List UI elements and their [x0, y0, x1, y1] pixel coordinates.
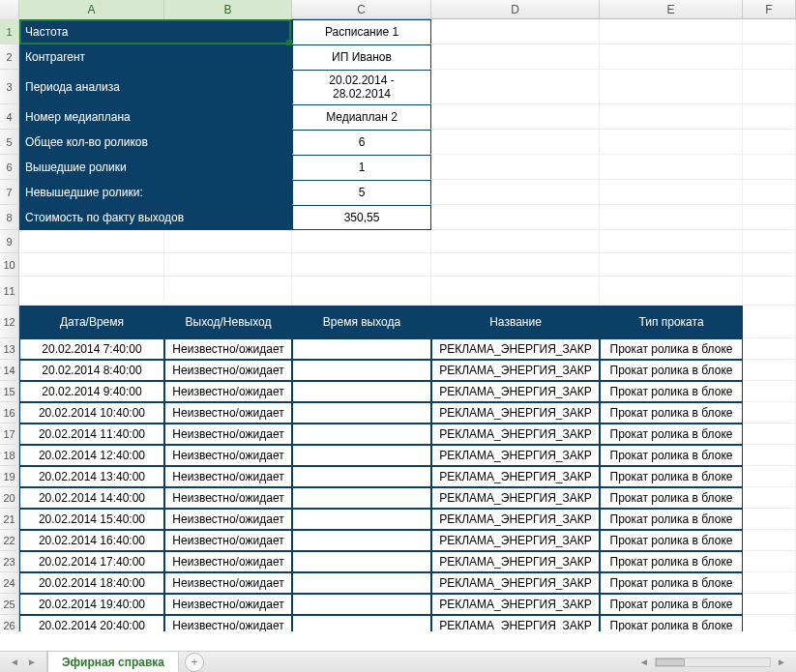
cell[interactable] [600, 19, 743, 44]
table-cell[interactable]: Неизвестно/ожидает [164, 445, 292, 466]
row-header[interactable]: 23 [0, 551, 19, 572]
table-cell[interactable]: Прокат ролика в блоке [600, 530, 743, 551]
cell[interactable] [743, 487, 796, 509]
add-sheet-button[interactable]: + [185, 653, 204, 672]
grid-body[interactable]: 1ЧастотаРасписание 12КонтрагентИП Иванов… [0, 19, 796, 631]
cell[interactable] [600, 180, 743, 205]
table-cell[interactable]: 20.02.2014 20:40:00 [19, 615, 164, 631]
cell[interactable] [743, 205, 796, 230]
row-header[interactable]: 2 [0, 44, 19, 70]
column-header-d[interactable]: D [431, 0, 600, 19]
summary-value[interactable]: 5 [292, 180, 431, 205]
table-cell[interactable]: 20.02.2014 14:40:00 [19, 487, 164, 509]
table-cell[interactable] [292, 615, 431, 631]
cell[interactable] [743, 509, 796, 530]
cell[interactable] [292, 277, 431, 306]
cell[interactable] [600, 230, 743, 253]
column-header-e[interactable]: E [600, 0, 743, 19]
table-cell[interactable]: 20.02.2014 9:40:00 [19, 381, 164, 402]
cell[interactable] [600, 253, 743, 277]
cell[interactable] [743, 44, 796, 70]
cell[interactable] [743, 70, 796, 104]
table-cell[interactable]: Прокат ролика в блоке [600, 551, 743, 572]
table-cell[interactable] [292, 466, 431, 487]
table-header[interactable]: Дата/Время [19, 306, 164, 338]
scroll-track[interactable] [655, 657, 771, 667]
scroll-thumb[interactable] [656, 658, 685, 666]
table-cell[interactable]: РЕКЛАМА_ЭНЕРГИЯ_ЗАКР [431, 338, 600, 360]
table-cell[interactable]: Неизвестно/ожидает [164, 338, 292, 360]
table-cell[interactable]: Прокат ролика в блоке [600, 381, 743, 402]
table-cell[interactable]: Неизвестно/ожидает [164, 594, 292, 615]
summary-label[interactable]: Вышедшие ролики [19, 155, 292, 180]
row-header[interactable]: 6 [0, 155, 19, 180]
table-cell[interactable] [292, 572, 431, 594]
cell[interactable] [600, 277, 743, 306]
table-header[interactable]: Время выхода [292, 306, 431, 338]
table-cell[interactable]: РЕКЛАМА_ЭНЕРГИЯ_ЗАКР [431, 424, 600, 445]
table-cell[interactable]: 20.02.2014 18:40:00 [19, 572, 164, 594]
cell[interactable] [431, 19, 600, 44]
summary-value[interactable]: 350,55 [292, 205, 431, 230]
cell[interactable] [743, 615, 796, 631]
cell[interactable] [431, 205, 600, 230]
table-cell[interactable]: 20.02.2014 17:40:00 [19, 551, 164, 572]
table-header[interactable]: Тип проката [600, 306, 743, 338]
table-cell[interactable]: РЕКЛАМА_ЭНЕРГИЯ_ЗАКР [431, 551, 600, 572]
row-header[interactable]: 1 [0, 19, 19, 44]
table-cell[interactable]: РЕКЛАМА_ЭНЕРГИЯ_ЗАКР [431, 615, 600, 631]
cell[interactable] [19, 277, 164, 306]
cell[interactable] [431, 70, 600, 104]
table-cell[interactable]: Прокат ролика в блоке [600, 615, 743, 631]
cell[interactable] [292, 253, 431, 277]
column-header-f[interactable]: F [743, 0, 796, 19]
table-cell[interactable]: Неизвестно/ожидает [164, 381, 292, 402]
cell[interactable] [431, 253, 600, 277]
table-cell[interactable]: 20.02.2014 13:40:00 [19, 466, 164, 487]
sheet-tab[interactable]: Эфирная справка [47, 652, 179, 672]
row-header[interactable]: 10 [0, 253, 19, 277]
table-cell[interactable] [292, 487, 431, 509]
table-cell[interactable]: Неизвестно/ожидает [164, 487, 292, 509]
summary-label[interactable]: Контрагент [19, 44, 292, 70]
column-header-b[interactable]: B [164, 0, 292, 19]
table-cell[interactable]: РЕКЛАМА_ЭНЕРГИЯ_ЗАКР [431, 530, 600, 551]
table-cell[interactable]: Прокат ролика в блоке [600, 487, 743, 509]
row-header[interactable]: 12 [0, 306, 19, 338]
row-header[interactable]: 24 [0, 572, 19, 594]
summary-value[interactable]: 1 [292, 155, 431, 180]
table-header[interactable]: Выход/Невыход [164, 306, 292, 338]
table-cell[interactable]: 20.02.2014 11:40:00 [19, 424, 164, 445]
table-cell[interactable] [292, 402, 431, 424]
row-header[interactable]: 25 [0, 594, 19, 615]
cell[interactable] [743, 445, 796, 466]
table-cell[interactable]: Неизвестно/ожидает [164, 466, 292, 487]
cell[interactable] [743, 424, 796, 445]
row-header[interactable]: 5 [0, 130, 19, 155]
cell[interactable] [743, 551, 796, 572]
table-cell[interactable]: 20.02.2014 8:40:00 [19, 360, 164, 381]
select-all-corner[interactable] [0, 0, 19, 19]
summary-value[interactable]: Медиаплан 2 [292, 104, 431, 130]
cell[interactable] [164, 230, 292, 253]
row-header[interactable]: 16 [0, 402, 19, 424]
row-header[interactable]: 4 [0, 104, 19, 130]
row-header[interactable]: 21 [0, 509, 19, 530]
tab-next-icon[interactable]: ► [25, 656, 39, 669]
summary-label[interactable]: Общее кол-во роликов [19, 130, 292, 155]
cell[interactable] [743, 306, 796, 338]
cell[interactable] [743, 594, 796, 615]
summary-label[interactable]: Частота [19, 19, 292, 44]
table-cell[interactable]: РЕКЛАМА_ЭНЕРГИЯ_ЗАКР [431, 509, 600, 530]
summary-label[interactable]: Невышедшие ролики: [19, 180, 292, 205]
cell[interactable] [19, 230, 164, 253]
table-cell[interactable] [292, 445, 431, 466]
cell[interactable] [743, 402, 796, 424]
table-cell[interactable]: 20.02.2014 12:40:00 [19, 445, 164, 466]
table-cell[interactable]: 20.02.2014 15:40:00 [19, 509, 164, 530]
table-cell[interactable]: Прокат ролика в блоке [600, 466, 743, 487]
table-cell[interactable]: РЕКЛАМА_ЭНЕРГИЯ_ЗАКР [431, 445, 600, 466]
cell[interactable] [431, 180, 600, 205]
cell[interactable] [743, 19, 796, 44]
row-header[interactable]: 17 [0, 424, 19, 445]
